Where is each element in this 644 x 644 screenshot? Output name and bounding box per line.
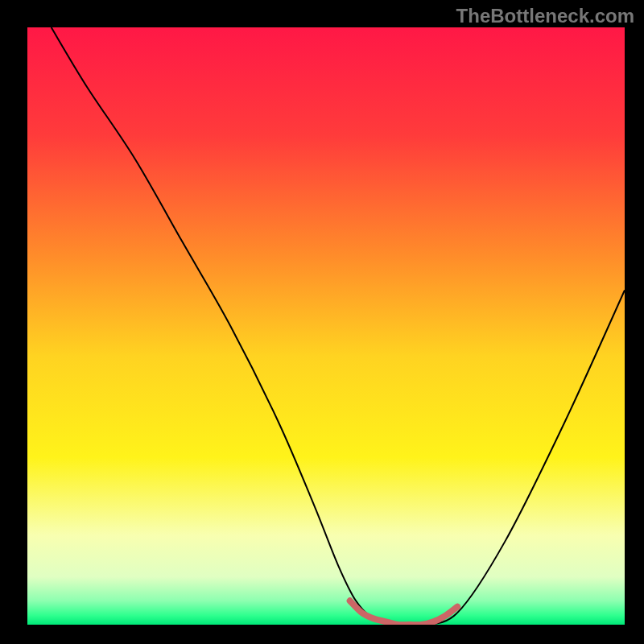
optimal-zone-curve xyxy=(350,601,458,625)
curve-layer xyxy=(27,27,625,625)
watermark-text: TheBottleneck.com xyxy=(456,5,634,27)
bottleneck-curve xyxy=(52,27,625,625)
plot-area xyxy=(27,27,625,625)
chart-container: TheBottleneck.com xyxy=(0,0,644,644)
